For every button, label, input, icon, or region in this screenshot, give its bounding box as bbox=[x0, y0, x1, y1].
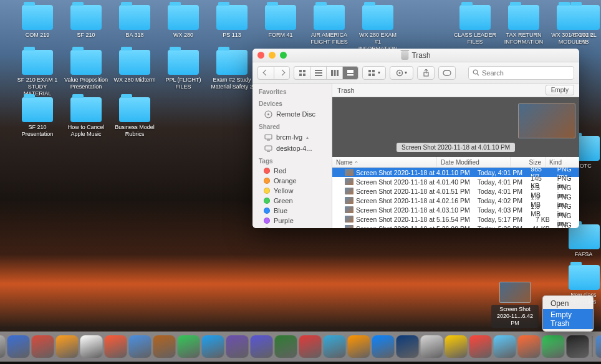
desktop-folder[interactable]: AF 101 LL LAB bbox=[569, 5, 599, 46]
desktop-folder[interactable]: WX 280 bbox=[161, 5, 206, 39]
coverflow-view-button[interactable] bbox=[342, 66, 358, 80]
arrange-button[interactable] bbox=[362, 66, 386, 80]
dock-app-icon[interactable] bbox=[421, 335, 443, 358]
desktop-folder[interactable]: CLASS LEADER FILES bbox=[453, 5, 498, 46]
share-button[interactable] bbox=[417, 66, 435, 80]
search-field[interactable] bbox=[468, 66, 574, 80]
icon-view-button[interactable] bbox=[294, 66, 310, 80]
column-view-button[interactable] bbox=[326, 66, 342, 80]
dock-app-icon[interactable] bbox=[324, 335, 346, 358]
file-name: Screen Shot 2020-11-18 at 4.01.10 PM bbox=[356, 169, 470, 176]
desktop-folder[interactable]: WX 280 Midterm bbox=[112, 50, 157, 84]
desktop-folder[interactable]: AIR AMERICA FLIGHT FILES bbox=[307, 5, 352, 46]
finder-window: Trash FavoritesDevicesRemote DiscSharedb… bbox=[252, 49, 579, 228]
action-button[interactable] bbox=[390, 66, 413, 80]
maximize-button[interactable] bbox=[280, 52, 287, 59]
empty-button[interactable]: Empty bbox=[546, 85, 574, 95]
dock-app-icon[interactable] bbox=[56, 335, 79, 358]
desktop-folder[interactable]: FORM 41 bbox=[258, 5, 303, 39]
view-mode-group bbox=[294, 66, 358, 80]
dock-app-icon[interactable] bbox=[275, 335, 297, 358]
desktop-folder[interactable]: COM 219 bbox=[15, 5, 60, 39]
file-row[interactable]: Screen Shot 2020-11-18 at 5.16.54 PMToda… bbox=[332, 214, 579, 224]
dock-app-icon[interactable] bbox=[348, 335, 370, 358]
sidebar-tag[interactable]: Blue bbox=[252, 206, 332, 216]
list-view-button[interactable] bbox=[310, 66, 326, 80]
dock[interactable] bbox=[0, 332, 601, 362]
folder-icon bbox=[362, 5, 393, 30]
file-list[interactable]: Screen Shot 2020-11-18 at 4.01.10 PMToda… bbox=[332, 168, 579, 228]
dock-app-icon[interactable] bbox=[445, 335, 468, 358]
dock-app-icon[interactable] bbox=[202, 335, 224, 358]
search-input[interactable] bbox=[482, 69, 570, 77]
desktop-folder[interactable]: Business Model Rubrics bbox=[112, 97, 157, 138]
column-name[interactable]: Name^ bbox=[332, 157, 437, 167]
dock-app-icon[interactable] bbox=[129, 335, 151, 358]
sidebar-item[interactable]: desktop-4... bbox=[252, 143, 332, 154]
close-button[interactable] bbox=[257, 52, 264, 59]
sidebar-tag[interactable]: Green bbox=[252, 196, 332, 206]
dock-app-icon[interactable] bbox=[7, 335, 30, 358]
context-open[interactable]: Open bbox=[543, 298, 593, 309]
dock-app-icon[interactable] bbox=[518, 335, 541, 358]
sidebar-tag[interactable]: Purple bbox=[252, 216, 332, 226]
dock-app-icon[interactable] bbox=[299, 335, 322, 358]
dock-app-icon[interactable] bbox=[178, 335, 200, 358]
desktop-folder[interactable]: PS 113 bbox=[209, 5, 254, 39]
file-row[interactable]: Screen Shot 2020-11-18 at 4.03.10 PMToda… bbox=[332, 205, 579, 214]
dock-app-icon[interactable] bbox=[567, 335, 589, 358]
context-empty-trash[interactable]: Empty Trash bbox=[543, 309, 593, 329]
titlebar[interactable]: Trash bbox=[252, 49, 579, 62]
dock-app-icon[interactable] bbox=[0, 335, 6, 358]
svg-rect-25 bbox=[265, 135, 272, 139]
sidebar-tag[interactable]: Yellow bbox=[252, 186, 332, 196]
file-icon bbox=[345, 206, 353, 213]
desktop-folder[interactable]: TAX RETURN INFORMATION bbox=[501, 5, 546, 46]
desktop-trash-thumbnail[interactable]: Screen Shot2020-11...6.42 PM bbox=[491, 282, 539, 328]
dock-app-icon[interactable] bbox=[153, 335, 176, 358]
dock-app-icon[interactable] bbox=[542, 335, 565, 358]
folder-label: CLASS LEADER FILES bbox=[453, 32, 498, 46]
dock-app-icon[interactable] bbox=[32, 335, 54, 358]
preview-thumbnail[interactable] bbox=[518, 103, 575, 138]
sidebar-item[interactable]: Remote Disc bbox=[252, 108, 332, 120]
dock-app-icon[interactable] bbox=[105, 335, 127, 358]
dock-app-icon[interactable] bbox=[80, 335, 103, 358]
desktop-folder[interactable]: SF 210 EXAM 1 STUDY MATERIAL bbox=[15, 50, 60, 97]
sidebar-tag[interactable]: Red bbox=[252, 166, 332, 176]
file-kind: PNG ima bbox=[554, 220, 579, 229]
preview-strip[interactable]: Screen Shot 2020-11-18 at 4.01.10 PM bbox=[332, 97, 579, 157]
desktop-folder[interactable]: BA 318 bbox=[112, 5, 157, 39]
folder-label: WX 280 bbox=[161, 32, 206, 39]
dock-app-icon[interactable] bbox=[372, 335, 395, 358]
sidebar-item[interactable]: brcm-lvg ▴ bbox=[252, 132, 332, 143]
dock-app-icon[interactable] bbox=[251, 335, 273, 358]
desktop-folder[interactable]: How to Cancel Apple Music bbox=[64, 97, 108, 138]
desktop-folder[interactable]: PPL (FLIGHT) FILES bbox=[161, 50, 206, 90]
dock-app-icon[interactable] bbox=[226, 335, 249, 358]
file-name: Screen Shot 2020-11-18 at 4.01.40 PM bbox=[356, 178, 470, 186]
back-button[interactable] bbox=[257, 66, 274, 80]
desktop-folder[interactable]: FAFSA bbox=[569, 224, 599, 258]
column-kind[interactable]: Kind bbox=[546, 157, 579, 167]
column-size[interactable]: Size bbox=[511, 157, 546, 167]
desktop-folder[interactable]: SF 210 bbox=[64, 5, 108, 39]
desktop-folder[interactable]: Exam #2 Study Material Safety 2 bbox=[209, 50, 254, 90]
forward-button[interactable] bbox=[274, 66, 290, 80]
desktop-folder[interactable]: WX 280 EXAM #1 INFORMATION bbox=[355, 5, 400, 52]
desktop-folder[interactable]: Value Proposition Presentation bbox=[64, 50, 108, 90]
dock-stack-icon[interactable] bbox=[596, 335, 602, 358]
thumbnail-icon bbox=[499, 282, 531, 303]
column-date[interactable]: Date Modified bbox=[437, 157, 511, 167]
minimize-button[interactable] bbox=[269, 52, 276, 59]
dock-app-icon[interactable] bbox=[469, 335, 492, 358]
sidebar-tag[interactable]: Gray bbox=[252, 226, 332, 228]
sidebar-tag[interactable]: Orange bbox=[252, 176, 332, 186]
tags-button[interactable] bbox=[438, 66, 456, 80]
dock-app-icon[interactable] bbox=[397, 335, 419, 358]
file-row[interactable]: Screen Shot 2020-11-18 at 5.26.08 PMToda… bbox=[332, 224, 579, 228]
desktop-folder[interactable]: SF 210 Presentation bbox=[15, 97, 60, 138]
dock-app-icon[interactable] bbox=[494, 335, 516, 358]
thumbnail-label: Screen Shot2020-11...6.42 PM bbox=[491, 305, 539, 328]
folder-label: FAFSA bbox=[569, 251, 599, 258]
